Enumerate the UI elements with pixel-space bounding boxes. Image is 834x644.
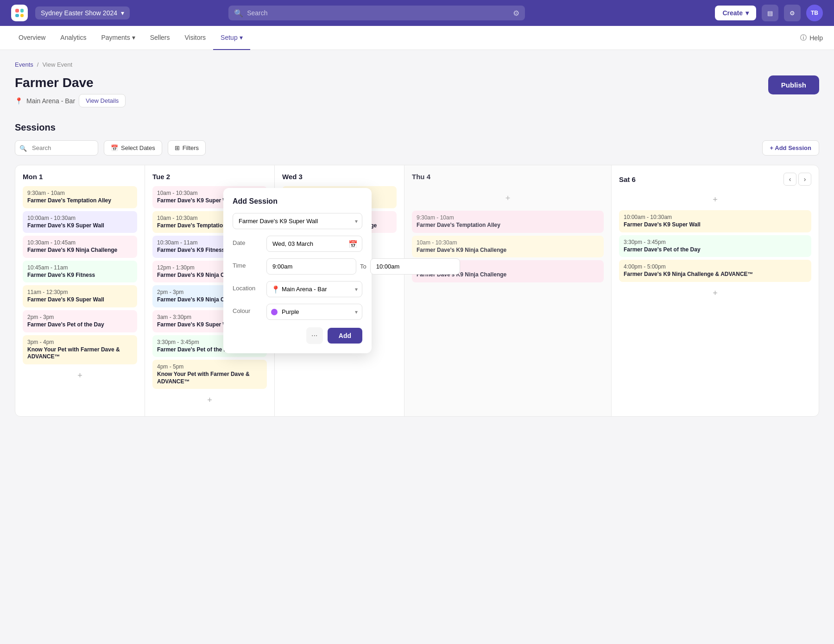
location-select[interactable]: Main Arena - Bar Main Arena Bar [266, 281, 362, 297]
add-session-panel: Add Session Farmer Dave's K9 Super Wall … [223, 188, 372, 353]
location-pin-icon: 📍 [15, 97, 23, 105]
avatar[interactable]: TB [806, 5, 823, 21]
gear-icon: ⚙ [790, 10, 795, 17]
view-details-button[interactable]: View Details [79, 94, 126, 107]
nav-payments[interactable]: Payments ▾ [94, 26, 142, 50]
filter-icon: ⊞ [175, 144, 180, 151]
calendar-container: Mon 1 9:30am - 10am Farmer Dave's Tempta… [15, 165, 819, 417]
cal-header-sat: Sat 6 ‹ › [619, 173, 811, 186]
select-dates-button[interactable]: 📅 Select Dates [104, 140, 162, 156]
panel-location-row: Location 📍 Main Arena - Bar Main Arena B… [233, 281, 362, 297]
breadcrumb-events[interactable]: Events [15, 61, 33, 68]
main-content: Events / View Event Farmer Dave 📍 Main A… [0, 50, 834, 428]
event-select[interactable]: Farmer Dave's K9 Super Wall Farmer Dave'… [233, 213, 362, 229]
calendar-icon: 📅 [111, 144, 118, 151]
settings-icon[interactable]: ⚙ [513, 9, 519, 18]
chevron-down-icon: ▾ [746, 9, 749, 17]
search-icon: 🔍 [234, 9, 243, 18]
breadcrumb-separator: / [37, 61, 39, 68]
panel-event-field: Farmer Dave's K9 Super Wall Farmer Dave'… [233, 213, 362, 229]
filters-button[interactable]: ⊞ Filters [168, 140, 206, 156]
session-card[interactable]: 3pm - 4pm Know Your Pet with Farmer Dave… [23, 335, 137, 364]
help-icon: ⓘ [800, 34, 807, 42]
create-button[interactable]: Create ▾ [715, 6, 756, 20]
add-session-row-sat-top[interactable]: + [619, 191, 811, 208]
breadcrumb-current: View Event [42, 61, 72, 68]
session-card[interactable]: 10:30am - 10:45am Farmer Dave's K9 Ninja… [23, 236, 137, 258]
more-options-button[interactable]: ··· [306, 327, 323, 344]
date-input-wrap: 📅 [266, 236, 362, 252]
session-card[interactable]: 9:30am - 10am Farmer Dave's Temptation A… [412, 211, 604, 233]
help-link[interactable]: ⓘ Help [800, 34, 823, 42]
sessions-search-wrap: 🔍 [15, 140, 98, 156]
date-input[interactable] [266, 236, 362, 252]
session-card[interactable]: 2pm - 3pm Farmer Dave's Pet of the Day [23, 310, 137, 332]
event-info: Farmer Dave 📍 Main Arena - Bar View Deta… [15, 75, 126, 107]
location-select-wrap: 📍 Main Arena - Bar Main Arena Bar ▾ [266, 281, 362, 297]
notifications-button[interactable]: ▤ [762, 5, 778, 21]
nav-sellers[interactable]: Sellers [143, 26, 177, 50]
session-card[interactable]: 3:30pm - 3:45pm Farmer Dave's Pet of the… [619, 235, 811, 257]
cal-header-thu: Thu 4 [412, 173, 604, 181]
chevron-down-icon: ▾ [121, 9, 124, 17]
calendar-next-button[interactable]: › [798, 173, 811, 186]
settings-button[interactable]: ⚙ [784, 5, 801, 21]
publish-button[interactable]: Publish [768, 75, 819, 94]
secondary-nav: Overview Analytics Payments ▾ Sellers Vi… [0, 26, 834, 50]
panel-date-row: Date 📅 [233, 236, 362, 252]
nav-overview[interactable]: Overview [11, 26, 53, 50]
event-title: Farmer Dave [15, 75, 126, 90]
session-card[interactable]: 10am - 10:30am Farmer Dave's K9 Ninja Ch… [412, 236, 604, 258]
cal-header-tue: Tue 2 [152, 173, 267, 181]
sessions-section: Sessions 🔍 📅 Select Dates ⊞ Filters + Ad… [15, 122, 819, 417]
breadcrumb: Events / View Event [15, 61, 819, 68]
calendar-nav: ‹ › [783, 173, 811, 186]
sessions-title: Sessions [15, 122, 819, 133]
search-input[interactable] [228, 6, 525, 20]
top-nav: Sydney Easter Show 2024 ▾ 🔍 ⚙ Create ▾ ▤… [0, 0, 834, 26]
nav-setup[interactable]: Setup ▾ [213, 26, 250, 50]
colour-select[interactable]: Purple Yellow Pink Green Blue [266, 304, 362, 320]
session-card[interactable]: 10:00am - 10:30am Farmer Dave's K9 Super… [23, 211, 137, 233]
nav-analytics[interactable]: Analytics [53, 26, 94, 50]
search-icon: 🔍 [19, 144, 27, 151]
colour-dot-icon [271, 309, 278, 315]
event-location: 📍 Main Arena - Bar View Details [15, 94, 126, 107]
filter-bar: 🔍 📅 Select Dates ⊞ Filters + Add Session [15, 140, 819, 156]
cal-col-sat: Sat 6 ‹ › + 10:00am - 10:30am Farmer Dav… [612, 165, 819, 416]
add-session-row-thu[interactable]: + [412, 186, 604, 211]
session-card[interactable]: 9:30am - 10am Farmer Dave's Temptation A… [23, 186, 137, 208]
event-name: Sydney Easter Show 2024 [41, 9, 117, 17]
nav-visitors[interactable]: Visitors [177, 26, 213, 50]
search-bar: 🔍 ⚙ [228, 6, 525, 20]
session-card[interactable]: 4pm - 5pm Know Your Pet with Farmer Dave… [152, 360, 267, 389]
add-session-button[interactable]: + Add Session [762, 140, 819, 156]
cal-col-mon: Mon 1 9:30am - 10am Farmer Dave's Tempta… [15, 165, 145, 416]
chevron-down-icon: ▾ [132, 34, 135, 41]
session-card[interactable]: 10:00am - 10:30am Farmer Dave's K9 Super… [619, 210, 811, 232]
panel-actions: ··· Add [233, 327, 362, 344]
session-card[interactable]: 4:00pm - 5:00pm Farmer Dave's K9 Ninja C… [619, 260, 811, 282]
event-selector[interactable]: Sydney Easter Show 2024 ▾ [35, 6, 130, 19]
add-session-row-tue[interactable]: + [152, 392, 267, 409]
time-from-input[interactable] [266, 258, 356, 275]
chevron-down-icon: ▾ [240, 34, 243, 41]
app-logo[interactable] [11, 5, 28, 21]
sessions-search-input[interactable] [15, 140, 98, 156]
calendar-grid: Mon 1 9:30am - 10am Farmer Dave's Tempta… [15, 165, 819, 417]
cal-header-wed: Wed 3 [282, 173, 397, 181]
nav-right: Create ▾ ▤ ⚙ TB [715, 5, 823, 21]
add-session-row-mon[interactable]: + [23, 367, 137, 384]
calendar-prev-button[interactable]: ‹ [783, 173, 796, 186]
cal-col-thu: Thu 4 + 9:30am - 10am Farmer Dave's Temp… [404, 165, 612, 416]
add-session-row-sat[interactable]: + [619, 285, 811, 302]
panel-time-row: Time To [233, 258, 362, 275]
add-button[interactable]: Add [328, 328, 362, 344]
calendar-icon: 📅 [348, 239, 358, 248]
panel-colour-row: Colour Purple Yellow Pink Green Blue ▾ [233, 304, 362, 320]
session-card[interactable]: 11am - 12:30pm Farmer Dave's K9 Super Wa… [23, 285, 137, 307]
time-to-input[interactable] [370, 258, 460, 275]
bell-icon: ▤ [767, 10, 773, 17]
event-header: Farmer Dave 📍 Main Arena - Bar View Deta… [15, 75, 819, 107]
session-card[interactable]: 10:45am - 11am Farmer Dave's K9 Fitness [23, 261, 137, 283]
